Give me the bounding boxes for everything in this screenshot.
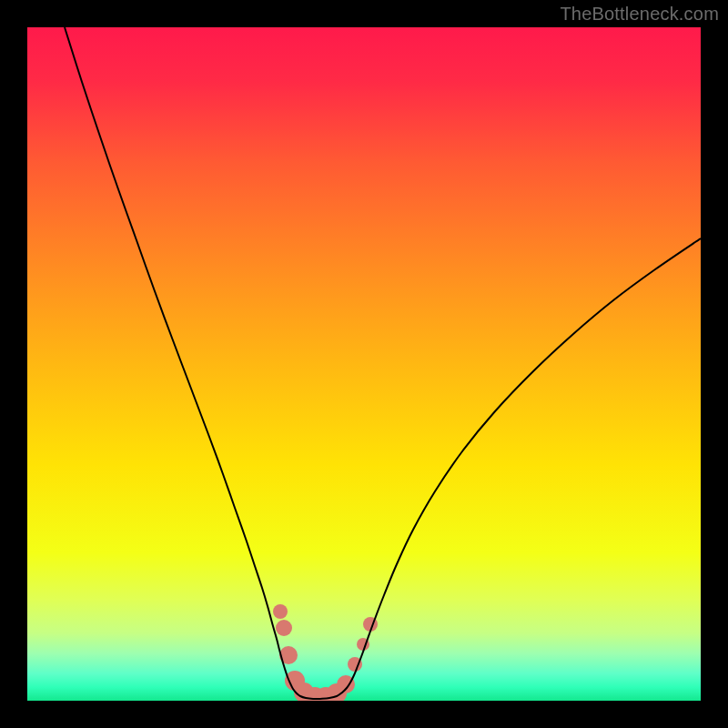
- watermark-text: TheBottleneck.com: [560, 4, 719, 25]
- curve-left-branch: [65, 27, 320, 699]
- chart-curve-layer: [27, 27, 701, 701]
- chart-frame: TheBottleneck.com: [0, 0, 728, 728]
- chart-plot-area: [27, 27, 701, 701]
- marker-dot: [276, 620, 292, 636]
- marker-dot: [273, 604, 288, 619]
- curve-right-branch: [320, 238, 701, 699]
